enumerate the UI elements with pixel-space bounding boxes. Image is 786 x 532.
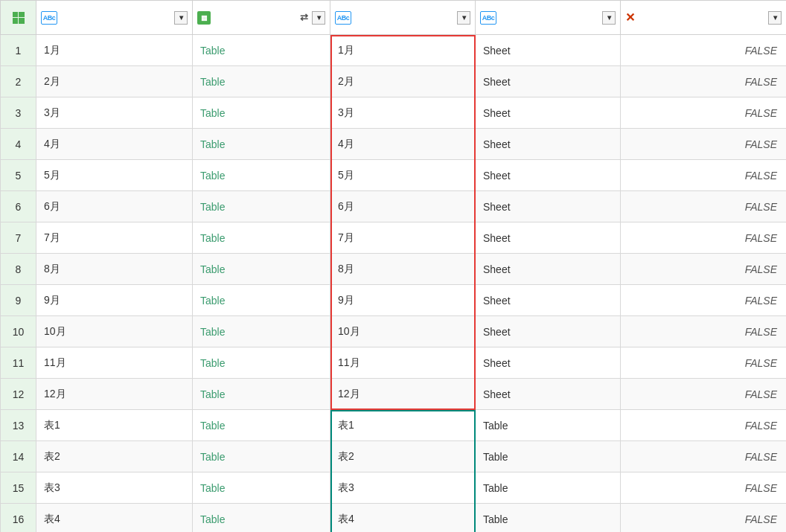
item-cell: 9月 [330, 285, 476, 316]
data-cell: Table [193, 285, 330, 316]
hidden-cell: FALSE [621, 35, 787, 66]
item-cell: 6月 [330, 191, 476, 222]
table-row: 8 8月 Table 8月 Sheet FALSE [1, 254, 787, 285]
data-cell: Table [193, 160, 330, 191]
kind-cell: Sheet [476, 35, 621, 66]
table-row: 6 6月 Table 6月 Sheet FALSE [1, 191, 787, 222]
data-cell: Table [193, 66, 330, 97]
data-cell: Table [193, 35, 330, 66]
name-cell: 12月 [36, 379, 193, 410]
name-cell: 5月 [36, 160, 193, 191]
row-number: 13 [1, 410, 36, 441]
item-cell: 表4 [330, 504, 476, 533]
table-row: 14 表2 Table 表2 Table FALSE [1, 441, 787, 472]
data-cell: Table [193, 97, 330, 129]
name-cell: 11月 [36, 347, 193, 379]
sort-arrows-icon: ⇄ [300, 12, 308, 23]
name-cell: 表4 [36, 504, 193, 533]
table-row: 10 10月 Table 10月 Sheet FALSE [1, 316, 787, 347]
row-number: 16 [1, 504, 36, 533]
kind-cell: Sheet [476, 379, 621, 410]
kind-column-header[interactable]: ABc ▾ [476, 1, 621, 35]
data-cell: Table [193, 347, 330, 379]
name-cell: 8月 [36, 254, 193, 285]
data-column-header[interactable]: ▦ ⇄ ▾ [193, 1, 330, 35]
row-number: 1 [1, 35, 36, 66]
hidden-cell: FALSE [621, 97, 787, 129]
table-row: 2 2月 Table 2月 Sheet FALSE [1, 66, 787, 97]
table-row: 4 4月 Table 4月 Sheet FALSE [1, 129, 787, 160]
item-cell: 8月 [330, 254, 476, 285]
hidden-column-header[interactable]: ✕ ▾ [621, 1, 787, 35]
table-row: 3 3月 Table 3月 Sheet FALSE [1, 97, 787, 129]
hidden-cell: FALSE [621, 504, 787, 533]
item-cell: 表2 [330, 441, 476, 472]
row-number: 12 [1, 379, 36, 410]
hidden-cell: FALSE [621, 129, 787, 160]
item-column-header[interactable]: ABc ▾ [330, 1, 476, 35]
row-number: 4 [1, 129, 36, 160]
item-cell: 1月 [330, 35, 476, 66]
hidden-cell: FALSE [621, 472, 787, 504]
row-number: 11 [1, 347, 36, 379]
data-cell: Table [193, 441, 330, 472]
data-cell: Table [193, 316, 330, 347]
abc-icon-item: ABc [335, 11, 351, 25]
kind-filter-button[interactable]: ▾ [602, 11, 616, 25]
kind-cell: Sheet [476, 254, 621, 285]
kind-cell: Sheet [476, 160, 621, 191]
item-filter-button[interactable]: ▾ [457, 11, 470, 25]
table-row: 1 1月 Table 1月 Sheet FALSE [1, 35, 787, 66]
table-row: 12 12月 Table 12月 Sheet FALSE [1, 379, 787, 410]
hidden-cell: FALSE [621, 191, 787, 222]
name-cell: 表3 [36, 472, 193, 504]
table-row: 16 表4 Table 表4 Table FALSE [1, 504, 787, 533]
name-cell: 7月 [36, 222, 193, 254]
item-cell: 表1 [330, 410, 476, 441]
table-icon-data: ▦ [197, 11, 211, 25]
row-number: 15 [1, 472, 36, 504]
abc-icon-kind: ABc [480, 11, 496, 25]
data-cell: Table [193, 254, 330, 285]
hidden-cell: FALSE [621, 254, 787, 285]
name-filter-button[interactable]: ▾ [174, 11, 188, 25]
hidden-cell: FALSE [621, 379, 787, 410]
name-cell: 3月 [36, 97, 193, 129]
row-number: 9 [1, 285, 36, 316]
name-cell: 4月 [36, 129, 193, 160]
hidden-cell: FALSE [621, 66, 787, 97]
hidden-cell: FALSE [621, 285, 787, 316]
kind-cell: Table [476, 472, 621, 504]
item-cell: 表3 [330, 472, 476, 504]
abc-icon: ABc [41, 11, 57, 25]
data-filter-button[interactable]: ▾ [312, 11, 325, 25]
data-cell: Table [193, 222, 330, 254]
table-row: 11 11月 Table 11月 Sheet FALSE [1, 347, 787, 379]
table-row: 15 表3 Table 表3 Table FALSE [1, 472, 787, 504]
name-cell: 6月 [36, 191, 193, 222]
hidden-filter-button[interactable]: ▾ [768, 11, 782, 25]
name-cell: 2月 [36, 66, 193, 97]
name-cell: 1月 [36, 35, 193, 66]
table-row: 7 7月 Table 7月 Sheet FALSE [1, 222, 787, 254]
item-cell: 11月 [330, 347, 476, 379]
name-column-header[interactable]: ABc ▾ [36, 1, 193, 35]
hidden-cell: FALSE [621, 316, 787, 347]
name-cell: 表2 [36, 441, 193, 472]
data-cell: Table [193, 379, 330, 410]
table-row: 9 9月 Table 9月 Sheet FALSE [1, 285, 787, 316]
kind-cell: Sheet [476, 347, 621, 379]
item-cell: 3月 [330, 97, 476, 129]
item-cell: 5月 [330, 160, 476, 191]
kind-cell: Sheet [476, 129, 621, 160]
name-cell: 10月 [36, 316, 193, 347]
kind-cell: Sheet [476, 222, 621, 254]
data-cell: Table [193, 129, 330, 160]
item-cell: 2月 [330, 66, 476, 97]
data-cell: Table [193, 410, 330, 441]
kind-cell: Table [476, 504, 621, 533]
row-number: 3 [1, 97, 36, 129]
hidden-cell: FALSE [621, 222, 787, 254]
kind-cell: Sheet [476, 97, 621, 129]
table-row: 13 表1 Table 表1 Table FALSE [1, 410, 787, 441]
